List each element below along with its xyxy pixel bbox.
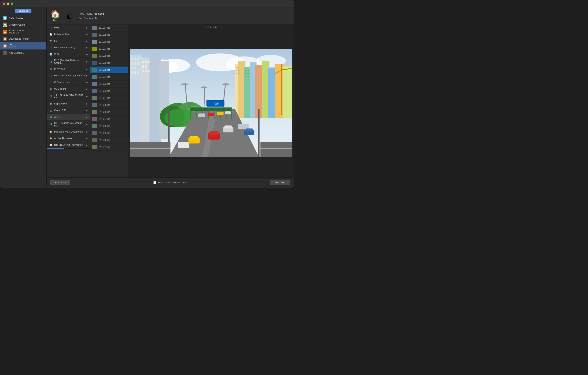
sidebar-item-firefox-cache[interactable]: 🦊 Firefox Cache 218.76 MB <box>0 28 46 35</box>
file-item-611092[interactable]: 611092.jpg <box>90 81 128 88</box>
svg-rect-60 <box>190 108 190 120</box>
file-item-611084[interactable]: 611084.jpg <box>90 24 128 32</box>
file-item-611089[interactable]: 611089.jpg <box>90 60 128 66</box>
filetype-list: 🎵 MP3 ▶ 📄 binhex archive ▶ <box>47 24 90 177</box>
filetype-fuji-label: Fuji <box>54 40 58 42</box>
sidebar-label-add-custom: Add Custom... <box>9 51 24 54</box>
file-name-611092: 611092.jpg <box>99 83 110 85</box>
file-item-611093[interactable]: 611093.jpg <box>90 88 128 95</box>
svg-rect-17 <box>236 70 237 71</box>
right-panel: 🏠 ben 🗑 Files Found: 665,663 Bad Sectors… <box>47 7 294 187</box>
filetype-fuji[interactable]: 📷 Fuji ▶ <box>47 38 90 44</box>
file-name-611094: 611094.jpg <box>99 97 110 99</box>
svg-rect-31 <box>131 58 133 60</box>
mp3-icon: 🎵 <box>49 26 53 30</box>
filetype-png[interactable]: 🖼 PNG (Portable Network Graphi... ▶ <box>47 58 90 66</box>
file-item-611100[interactable]: 611100.jpg <box>90 137 128 144</box>
filetype-c-source[interactable]: C C Source code ▶ <box>47 79 90 86</box>
scan-progress-bar <box>47 148 90 149</box>
filetype-gzip-label: gzip archive <box>54 102 67 105</box>
c-source-icon: C <box>49 80 53 84</box>
svg-rect-46 <box>145 66 147 68</box>
word-arrow: ▶ <box>86 131 88 133</box>
svg-rect-14 <box>283 66 292 118</box>
canon-cr2-icon: 📷 <box>49 109 53 112</box>
maximize-button[interactable] <box>11 2 13 5</box>
file-item-611095[interactable]: 611095.jpg <box>90 102 128 109</box>
filetype-m4v-label: m4v video <box>54 68 65 70</box>
search-embedded-container: Search for embedded files <box>153 181 186 184</box>
sidebar-item-ben[interactable]: 🏠 ben 1.06 TB <box>0 42 46 49</box>
file-item-611097[interactable]: 611097.jpg <box>90 116 128 123</box>
filetype-xlsx[interactable]: 📊 XLSX ▶ <box>47 51 90 58</box>
file-item-611085[interactable]: 611085.jpg <box>90 32 128 38</box>
sidebar-label-chrome: Chrome Cache <box>9 23 25 26</box>
chrome-icon <box>3 22 7 27</box>
firefox-icon: 🦊 <box>3 30 7 34</box>
filetype-gzip[interactable]: 📦 gzip archive ▶ <box>47 100 90 107</box>
filetype-png-label: PNG (Portable Network Graphi... <box>54 59 86 64</box>
file-item-611091[interactable]: 611091.jpg <box>90 74 128 81</box>
file-item-611099[interactable]: 611099.jpg <box>90 130 128 137</box>
file-name-611090: 611090.jpg <box>99 69 110 71</box>
svg-rect-42 <box>142 61 144 63</box>
svg-rect-84 <box>198 113 205 117</box>
sidebar-item-add-custom[interactable]: ❓ Add Custom... <box>0 49 46 56</box>
drive-icon-block: 🗑 <box>66 12 73 20</box>
svg-rect-19 <box>236 73 237 74</box>
svg-rect-44 <box>148 61 150 63</box>
filetype-wav[interactable]: 🔊 WAV sound ▶ <box>47 86 90 92</box>
file-name-611091: 611091.jpg <box>99 76 110 78</box>
filetype-mp3[interactable]: 🎵 MP3 ▶ <box>47 24 90 31</box>
m4a-arrow: ▶ <box>86 47 88 49</box>
filetype-m4p[interactable]: 🎵 M4P (iTunes encrypted music) ▶ <box>47 72 90 79</box>
search-embedded-checkbox[interactable] <box>153 181 156 184</box>
preview-panel: 315.92 KB <box>128 24 294 177</box>
bad-sectors-row: Bad Sectors: 0 <box>78 17 104 20</box>
svg-rect-36 <box>137 62 139 65</box>
filetype-gif[interactable]: 🖼 GIF (Graphics Interchange For... ▶ <box>47 120 90 129</box>
file-thumb-611092 <box>92 82 97 86</box>
file-item-611096[interactable]: 611096.jpg <box>90 109 128 116</box>
m4v-icon: 🎬 <box>49 67 53 71</box>
filetype-rtf-label: RTF (Rich Text Format) text <box>54 144 83 146</box>
volumes-button[interactable]: Volumes <box>15 9 31 13</box>
filetype-binhex[interactable]: 📄 binhex archive ▶ <box>47 31 90 38</box>
main-content: Volumes 🧭 Safari Cache Chrome Cache 🦊 <box>0 7 294 187</box>
filetype-m4a[interactable]: 🎵 M4A (iTunes music) ▶ <box>47 44 90 51</box>
filetype-jpeg[interactable]: 🖼 JPEG ▶ <box>47 114 90 120</box>
svg-rect-87 <box>225 111 231 114</box>
filetype-word[interactable]: 📝 Microsoft Word Documents ▶ <box>47 129 90 135</box>
minimize-button[interactable] <box>7 2 9 5</box>
start-scan-button[interactable]: Start Scan <box>50 180 70 185</box>
binhex-icon: 📄 <box>49 33 53 36</box>
fuji-icon: 📷 <box>49 39 53 43</box>
file-item-611088[interactable]: 611088.jpg <box>90 53 128 60</box>
file-item-611098[interactable]: 611098.jpg <box>90 123 128 130</box>
svg-rect-33 <box>137 58 139 60</box>
file-item-611094[interactable]: 611094.jpg <box>90 95 128 102</box>
file-item-611087[interactable]: 611087.jpg <box>90 45 128 53</box>
filetype-m4v[interactable]: 🎬 m4v video ▶ <box>47 66 90 72</box>
sidebar-item-chrome-cache[interactable]: Chrome Cache <box>0 22 46 28</box>
recover-button[interactable]: Recover <box>270 180 290 185</box>
filetype-rtf[interactable]: 📄 RTF (Rich Text Format) text ▶ <box>47 142 90 148</box>
close-button[interactable] <box>3 2 5 5</box>
file-item-611086[interactable]: 611086.jpg <box>90 38 128 45</box>
sidebar-item-safari-cache[interactable]: 🧭 Safari Cache <box>0 15 46 22</box>
sidebar: Volumes 🧭 Safari Cache Chrome Cache 🦊 <box>0 7 47 187</box>
svg-rect-23 <box>245 73 246 74</box>
file-item-611090[interactable]: 611090.jpg <box>90 66 128 74</box>
filetype-tiff[interactable]: 🖼 TIFF or Sony ARW or Leica raw... ▶ <box>47 92 90 100</box>
file-thumb-611085 <box>92 33 97 37</box>
sidebar-item-downloads[interactable]: 📁 Downloads Folder <box>0 35 46 42</box>
filetype-psd[interactable]: 🎨 Adobe Photoshop ▶ <box>47 135 90 142</box>
sidebar-label-firefox: Firefox Cache <box>9 29 24 32</box>
word-icon: 📝 <box>49 130 53 134</box>
drive-name: ben <box>53 19 57 22</box>
file-thumb-611087 <box>92 47 97 51</box>
gif-arrow: ▶ <box>86 123 88 125</box>
file-item-611101[interactable]: 611101.jpg <box>90 144 128 151</box>
png-arrow: ▶ <box>86 61 88 63</box>
filetype-canon-cr2[interactable]: 📷 Canon CR2 ▶ <box>47 107 90 114</box>
